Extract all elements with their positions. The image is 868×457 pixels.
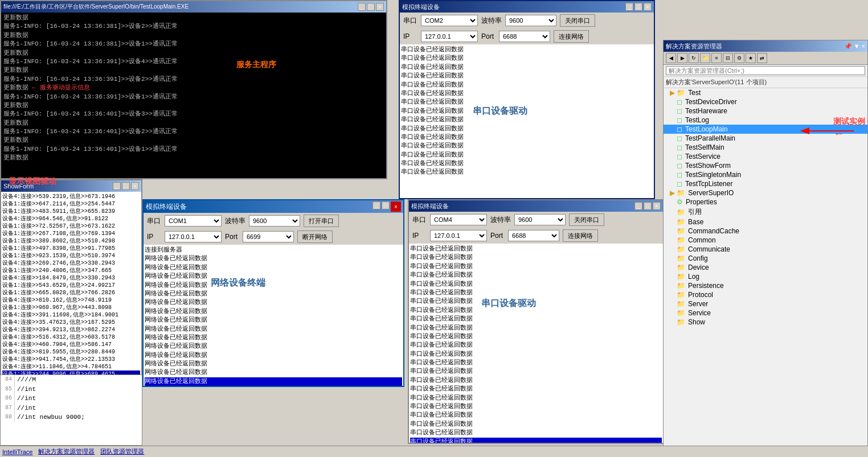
maximize-btn[interactable]: □ <box>367 3 375 11</box>
tree-item-device[interactable]: 📁 Device <box>664 263 867 272</box>
tree-item-references[interactable]: 📁 引用 <box>664 207 867 217</box>
baud-select[interactable]: 9600 <box>505 15 556 26</box>
tbr-ip-select[interactable]: 127.0.0.1 <box>430 230 487 241</box>
intellitrace-link[interactable]: IntelliTrace <box>2 448 32 455</box>
solution-tree: ▶ 📁 Test ◻ TestDeviceDriver ◻ TestHarewa… <box>664 88 867 456</box>
tree-item-testsingleton[interactable]: ◻ TestSingletonMain <box>664 170 867 179</box>
tree-item-protocol[interactable]: 📁 Protocol <box>664 290 867 299</box>
tbr-maximize[interactable]: □ <box>644 202 652 210</box>
tree-item-log[interactable]: 📁 Log <box>664 272 867 281</box>
tbr-close[interactable]: × <box>653 202 661 210</box>
new-solution-icon[interactable]: ★ <box>746 53 756 63</box>
showform-maximize[interactable]: □ <box>122 182 130 190</box>
tt-maximize[interactable]: □ <box>634 3 642 11</box>
tree-item-testhareware[interactable]: ◻ TestHareware <box>664 106 867 116</box>
ip-select[interactable]: 127.0.0.1 <box>421 31 478 42</box>
tree-item-common[interactable]: 📁 Common <box>664 236 867 245</box>
showform-controls[interactable]: _ □ × <box>113 182 139 190</box>
tree-item-testselfmain[interactable]: ◻ TestSelfMain <box>664 143 867 152</box>
list-item: 串口设备已经返回数据 <box>401 81 653 89</box>
tree-item-testloopmain[interactable]: ◻ TestLoopMain <box>664 125 867 134</box>
solution-explorer-link[interactable]: 解决方案资源管理器 <box>38 447 95 456</box>
terminal-br-title: 模拟终端设备 <box>411 202 449 211</box>
console-titlebar: file:///E:/工作目录/工作区/平台软件/ServerSuperIO/b… <box>1 1 386 13</box>
console-controls[interactable]: _ □ × <box>358 3 384 11</box>
terminal-br-controls[interactable]: _ □ × <box>634 202 661 210</box>
tree-item-config[interactable]: 📁 Config <box>664 254 867 263</box>
tree-item-testtcplistener[interactable]: ◻ TestTcpListener <box>664 179 867 188</box>
tree-item-persistence[interactable]: 📁 Persistence <box>664 281 867 290</box>
tree-item-server[interactable]: 📁 Server <box>664 299 867 308</box>
nt-disconnect-btn[interactable]: 断开网络 <box>297 230 333 243</box>
nt-serial-select[interactable]: COM1 <box>165 215 222 227</box>
code-editor[interactable]: 84 ////M 85 //int 86 //int 87 //int 88 /… <box>0 374 142 446</box>
forward-icon[interactable]: ▶ <box>677 53 687 63</box>
tree-item-show[interactable]: 📁 Show <box>664 318 867 327</box>
showform-close[interactable]: × <box>131 182 139 190</box>
properties-icon[interactable]: ⚙ <box>734 53 744 63</box>
solution-search-input[interactable] <box>666 66 865 75</box>
ip-row: IP 127.0.0.1 Port 6688 连接网络 <box>400 28 654 44</box>
solution-label: 解决方案'ServerSuperIO'(11 个项目) <box>664 77 867 88</box>
tree-item-communicate[interactable]: 📁 Communicate <box>664 245 867 254</box>
panel-close-icon[interactable]: × <box>862 43 865 50</box>
nt-maximize[interactable]: □ <box>382 201 390 209</box>
cs-icon: ◻ <box>677 180 682 188</box>
list-item: 串口设备已经返回数据 <box>410 350 662 359</box>
tbr-close-serial-btn[interactable]: 关闭串口 <box>569 213 604 226</box>
list-item: 网络设备已经返回数据 <box>145 334 402 342</box>
tt-minimize[interactable]: _ <box>625 3 633 11</box>
tree-item-testparallelmain[interactable]: ◻ TestParallelMain <box>664 134 867 143</box>
tbr-minimize[interactable]: _ <box>634 202 642 210</box>
tt-close[interactable]: × <box>644 3 652 11</box>
nt-close[interactable]: × <box>391 201 401 212</box>
tree-item-label: TestSingletonMain <box>685 171 741 179</box>
tree-item-base[interactable]: 📁 Base <box>664 217 867 227</box>
close-serial-btn[interactable]: 关闭串口 <box>560 14 595 27</box>
minimize-btn[interactable]: _ <box>358 3 366 11</box>
collapse-icon[interactable]: ⊟ <box>723 53 733 63</box>
tree-item-label: Test <box>688 89 701 97</box>
tree-item-testlog[interactable]: ◻ TestLog <box>664 116 867 125</box>
console-line: 更新数据 <box>3 31 384 40</box>
nt-port-select[interactable]: 6699 <box>243 231 294 242</box>
back-icon[interactable]: ◀ <box>666 53 676 63</box>
list-item: 设备4:连接>>819.5955,信息>>280.8449 <box>2 348 140 356</box>
nt-baud-select[interactable]: 9600 <box>249 215 300 227</box>
tree-item-testdevicedriver[interactable]: ◻ TestDeviceDriver <box>664 97 867 106</box>
show-all-icon[interactable]: ≡ <box>711 53 722 63</box>
tbr-connect-btn[interactable]: 连接网络 <box>563 229 598 242</box>
tree-item-properties[interactable]: ⚙ Properties <box>664 197 867 207</box>
terminal-top-controls[interactable]: _ □ × <box>625 3 652 11</box>
terminal-top-title: 模拟终端设备 <box>402 3 440 11</box>
tree-item-commandcache[interactable]: 📁 CommandCache <box>664 227 867 236</box>
serial-port-label: 串口 <box>403 16 417 26</box>
tbr-port-select[interactable]: 6688 <box>508 230 559 241</box>
tree-item-test[interactable]: ▶ 📁 Test <box>664 88 867 97</box>
tree-item-serversuperio[interactable]: ▶ 📁 ServerSuperIO <box>664 188 867 197</box>
solution-search-bar[interactable] <box>664 65 867 77</box>
tbr-baud-select[interactable]: 9600 <box>514 214 566 225</box>
showform-minimize[interactable]: _ <box>113 182 121 190</box>
tree-item-testservice[interactable]: ◻ TestService <box>664 152 867 161</box>
refresh-icon[interactable]: ↻ <box>689 53 699 63</box>
tree-item-service[interactable]: 📁 Service <box>664 308 867 318</box>
close-btn[interactable]: × <box>376 3 384 11</box>
panel-menu-icon[interactable]: ▼ <box>854 43 860 50</box>
serial-port-select[interactable]: COM2 <box>421 15 478 26</box>
pin-icon[interactable]: 📌 <box>844 43 852 50</box>
nt-ip-select[interactable]: 127.0.0.1 <box>165 231 222 242</box>
code-line: 86 //int <box>1 394 142 404</box>
nt-minimize[interactable]: _ <box>372 201 380 209</box>
net-terminal-controls[interactable]: _ □ × <box>372 201 401 212</box>
folder-icon[interactable]: 📁 <box>700 53 710 63</box>
tbr-port-label: Port <box>490 232 505 240</box>
connect-btn[interactable]: 连接网络 <box>554 30 589 43</box>
nt-open-serial-btn[interactable]: 打开串口 <box>304 215 339 227</box>
sync-icon[interactable]: ⇄ <box>757 53 767 63</box>
panel-title-controls[interactable]: 📌 ▼ × <box>844 43 865 50</box>
tree-item-testshowform[interactable]: ◻ TestShowForm <box>664 161 867 170</box>
port-select[interactable]: 6688 <box>499 31 550 42</box>
tbr-serial-select[interactable]: COM4 <box>430 214 487 225</box>
team-explorer-link[interactable]: 团队资源管理器 <box>100 447 144 456</box>
